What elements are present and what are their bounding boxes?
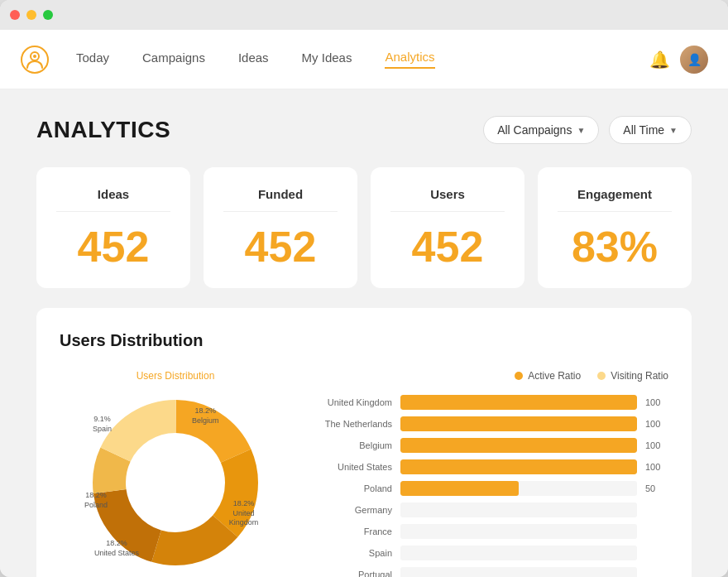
time-filter-chevron: ▼: [669, 126, 678, 135]
bar-country-label: France: [318, 527, 392, 536]
campaigns-filter-chevron: ▼: [577, 126, 585, 135]
bar-fill-active: [400, 416, 637, 431]
legend-visiting: Visiting Ratio: [597, 370, 668, 382]
stat-divider-engagement: [558, 211, 672, 212]
nav-right: 🔔 👤: [649, 46, 708, 74]
stats-grid: Ideas 452 Funded 452 Users 452 Engagemen…: [36, 167, 692, 288]
legend-active-dot: [515, 372, 523, 380]
navbar: Today Campaigns Ideas My Ideas Analytics…: [0, 30, 728, 89]
bar-row: Germany: [318, 502, 668, 517]
bar-fill-active: [400, 459, 637, 474]
bar-value: 100: [645, 440, 668, 450]
nav-today[interactable]: Today: [76, 50, 109, 68]
bar-fill-active: [400, 481, 519, 496]
nav-my-ideas[interactable]: My Ideas: [302, 50, 352, 68]
stat-value-engagement: 83%: [572, 225, 658, 268]
legend-active-label: Active Ratio: [528, 370, 581, 382]
avatar-image: 👤: [680, 46, 708, 74]
bar-track: [400, 438, 637, 453]
main-content: ANALYTICS All Campaigns ▼ All Time ▼ Ide…: [0, 89, 728, 577]
bar-chart: United Kingdom100The Netherlands100Belgi…: [318, 395, 668, 577]
bar-fill-active: [400, 395, 637, 410]
bar-row: United Kingdom100: [318, 395, 668, 410]
bar-track: [400, 524, 637, 539]
bar-track: [400, 567, 637, 577]
stat-card-funded: Funded 452: [204, 167, 357, 288]
nav-campaigns[interactable]: Campaigns: [142, 50, 205, 68]
bar-country-label: Belgium: [318, 440, 392, 450]
stat-divider-ideas: [56, 211, 170, 212]
logo[interactable]: [20, 45, 50, 75]
page-header: ANALYTICS All Campaigns ▼ All Time ▼: [36, 116, 692, 144]
stat-value-users: 452: [412, 225, 484, 268]
time-filter-label: All Time: [623, 123, 664, 137]
bar-country-label: Poland: [318, 483, 392, 493]
bar-row: France: [318, 524, 668, 539]
bar-row: Poland50: [318, 481, 668, 496]
nav-ideas[interactable]: Ideas: [238, 50, 269, 68]
svg-point-9: [127, 435, 223, 531]
page-title: ANALYTICS: [36, 117, 170, 143]
donut-chart: 18.2%Belgium 18.2%United Kingdom 18.2%Un…: [84, 392, 266, 574]
stat-card-ideas: Ideas 452: [36, 167, 190, 288]
bar-value: 100: [645, 419, 668, 429]
bar-value: 50: [645, 483, 668, 493]
bar-row: United States100: [318, 459, 668, 474]
bar-country-label: United States: [318, 462, 392, 472]
svg-point-2: [33, 55, 36, 58]
bar-track: [400, 481, 637, 496]
stat-label-engagement: Engagement: [577, 187, 652, 201]
stat-divider-users: [390, 211, 505, 212]
stat-label-users: Users: [430, 187, 465, 201]
campaigns-filter[interactable]: All Campaigns ▼: [483, 116, 599, 144]
legend-visiting-dot: [597, 372, 606, 380]
bar-section: Active Ratio Visiting Ratio United Kingd…: [318, 370, 668, 577]
bar-row: Spain: [318, 546, 668, 560]
stat-value-ideas: 452: [78, 225, 150, 268]
donut-title: Users Distribution: [136, 370, 215, 382]
bar-track: [400, 459, 637, 474]
bar-track: [400, 546, 637, 560]
bar-track: [400, 395, 637, 410]
stat-label-funded: Funded: [258, 187, 303, 201]
close-button[interactable]: [10, 10, 20, 20]
stat-divider-funded: [223, 211, 338, 212]
header-controls: All Campaigns ▼ All Time ▼: [483, 116, 692, 144]
bar-value: 100: [645, 397, 668, 407]
minimize-button[interactable]: [26, 10, 36, 20]
bar-track: [400, 502, 637, 517]
chart-area: Users Distribution: [60, 370, 668, 577]
bar-country-label: Germany: [318, 505, 392, 515]
stat-card-engagement: Engagement 83%: [538, 167, 692, 288]
bar-country-label: United Kingdom: [318, 397, 392, 407]
stat-card-users: Users 452: [371, 167, 524, 288]
avatar[interactable]: 👤: [680, 46, 708, 74]
bar-row: Portugal: [318, 567, 668, 577]
bar-country-label: Spain: [318, 548, 392, 558]
bar-row: The Netherlands100: [318, 416, 668, 431]
time-filter[interactable]: All Time ▼: [609, 116, 692, 144]
bar-track: [400, 416, 637, 431]
bar-country-label: The Netherlands: [318, 419, 392, 429]
chart-legend: Active Ratio Visiting Ratio: [318, 370, 668, 382]
users-distribution-card: Users Distribution Users Distribution: [36, 308, 692, 577]
section-title: Users Distribution: [60, 331, 668, 350]
maximize-button[interactable]: [43, 10, 53, 20]
nav-links: Today Campaigns Ideas My Ideas Analytics: [76, 50, 649, 69]
stat-label-ideas: Ideas: [98, 187, 129, 201]
campaigns-filter-label: All Campaigns: [497, 123, 572, 137]
app-window: Today Campaigns Ideas My Ideas Analytics…: [0, 0, 728, 577]
bar-country-label: Portugal: [318, 570, 392, 577]
nav-analytics[interactable]: Analytics: [385, 50, 434, 69]
bar-fill-active: [400, 438, 637, 453]
bar-value: 100: [645, 462, 668, 472]
legend-active: Active Ratio: [515, 370, 581, 382]
titlebar: [0, 0, 728, 30]
notifications-icon[interactable]: 🔔: [649, 50, 670, 70]
donut-section: Users Distribution: [60, 370, 291, 574]
bar-row: Belgium100: [318, 438, 668, 453]
stat-value-funded: 452: [245, 225, 317, 268]
legend-visiting-label: Visiting Ratio: [611, 370, 668, 382]
